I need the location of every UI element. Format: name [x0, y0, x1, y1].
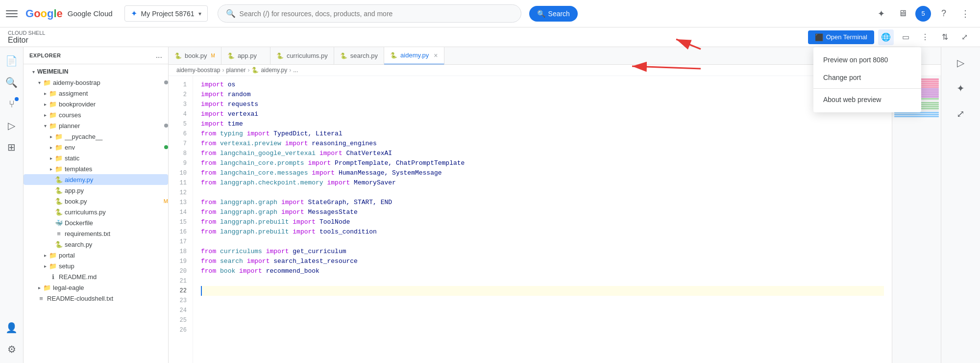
- root-chevron: [29, 68, 37, 76]
- sidebar-item-bookprovider[interactable]: 📁 bookprovider: [24, 99, 168, 109]
- activity-settings-icon[interactable]: ⚙: [2, 339, 22, 359]
- sidebar-item-readme-md[interactable]: ℹ README.md: [24, 271, 168, 282]
- tab-search-py[interactable]: 🐍 search.py: [334, 47, 384, 65]
- folder-icon: 📁: [55, 165, 63, 173]
- portal-chevron: [41, 251, 49, 259]
- sidebar-item-setup[interactable]: 📁 setup: [24, 260, 168, 271]
- project-selector[interactable]: ✦ My Project 58761 ▾: [124, 5, 208, 22]
- breadcrumb-root[interactable]: aidemy-boostrap: [176, 67, 220, 74]
- sidebar-item-requirements[interactable]: ≡ requirements.txt: [24, 228, 168, 239]
- activity-account-icon[interactable]: 👤: [2, 318, 22, 337]
- breadcrumb-ellipsis[interactable]: ...: [293, 67, 298, 74]
- sidebar-item-dockerfile[interactable]: 🐳 Dockerfile: [24, 217, 168, 228]
- root-label: WEIMEILIN: [37, 68, 168, 75]
- sidebar-item-app-py[interactable]: 🐍 app.py: [24, 185, 168, 196]
- breadcrumb-sep-2: ›: [247, 67, 249, 74]
- search-bar-icon: 🔍: [226, 9, 236, 18]
- item-label-assigment: assigment: [59, 90, 168, 97]
- tab-book-py[interactable]: 🐍 book.py M: [169, 47, 221, 65]
- code-line-6: from typing import TypedDict, Literal: [201, 129, 884, 139]
- code-editor[interactable]: 1 2 3 4 5 6 7 8 9 10 11 12 13 14 15 16 1…: [169, 76, 941, 363]
- cloud-shell-label: CLOUD SHELL: [8, 30, 45, 36]
- terminal-btn[interactable]: ▭: [898, 29, 913, 45]
- line-num-26: 26: [169, 325, 193, 335]
- tab-aidemy-py[interactable]: 🐍 aidemy.py ×: [384, 47, 444, 65]
- sidebar-item-aidemy-py[interactable]: 🐍 aidemy.py: [24, 174, 168, 185]
- star-icon: ✦: [131, 9, 137, 18]
- right-panel: ▷ ✦ ⤢: [941, 47, 980, 363]
- activity-source-control-icon[interactable]: ⑂: [2, 94, 22, 114]
- code-line-25: [201, 315, 884, 325]
- tab-app-py[interactable]: 🐍 app.py: [221, 47, 270, 65]
- planner-chevron: [41, 122, 49, 130]
- activity-extensions-icon[interactable]: ⊞: [2, 137, 22, 157]
- item-label-setup: setup: [59, 262, 168, 270]
- run-icon[interactable]: ▷: [949, 51, 973, 75]
- sidebar-item-search-py[interactable]: 🐍 search.py: [24, 239, 168, 250]
- py-file-icon: 🐍: [55, 208, 63, 216]
- line-num-19: 19: [169, 257, 193, 266]
- open-new-btn[interactable]: ⤢: [956, 29, 972, 45]
- minimap: [892, 76, 941, 363]
- tab-py-icon: 🐍: [390, 52, 397, 59]
- line-num-3: 3: [169, 100, 193, 109]
- about-preview-item[interactable]: About web preview: [813, 91, 921, 108]
- breadcrumb-aidemy-py[interactable]: 🐍 aidemy.py: [251, 67, 287, 74]
- more-options-btn[interactable]: ⋮: [917, 29, 933, 45]
- hamburger-menu-icon[interactable]: [6, 8, 18, 20]
- sidebar-item-assigment[interactable]: 📁 assigment: [24, 88, 168, 99]
- activity-debug-icon[interactable]: ▷: [2, 116, 22, 135]
- sparkle-icon-btn[interactable]: ✦: [872, 5, 890, 23]
- sidebar-item-aidemy-boostrap[interactable]: 📁 aidemy-boostrap: [24, 77, 168, 88]
- sidebar-item-pycache[interactable]: 📁 __pycache__: [24, 131, 168, 142]
- user-avatar[interactable]: 5: [915, 6, 931, 22]
- item-label-curriculums-py: curriculums.py: [65, 208, 168, 216]
- activity-search-icon[interactable]: 🔍: [2, 73, 22, 92]
- folder-icon: 📁: [49, 111, 57, 119]
- py-file-icon: 🐍: [55, 176, 63, 183]
- code-line-21: [201, 276, 884, 286]
- sidebar-item-courses[interactable]: 📁 courses: [24, 109, 168, 120]
- line-num-21: 21: [169, 276, 193, 286]
- change-port-item[interactable]: Change port: [813, 69, 921, 86]
- line-num-7: 7: [169, 139, 193, 149]
- item-label-pycache: __pycache__: [65, 133, 168, 140]
- code-content[interactable]: import os import random import requests …: [193, 76, 892, 363]
- line-num-17: 17: [169, 237, 193, 247]
- line-num-11: 11: [169, 178, 193, 188]
- web-preview-button[interactable]: 🌐: [878, 29, 894, 45]
- search-input[interactable]: [240, 10, 513, 18]
- open-terminal-button[interactable]: ⬛ Open Terminal: [808, 30, 874, 44]
- tv-icon-btn[interactable]: 🖥: [894, 5, 911, 23]
- sidebar-item-readme-cloudshell[interactable]: ≡ README-cloudshell.txt: [24, 293, 168, 304]
- search-button[interactable]: 🔍 Search: [529, 6, 578, 22]
- breadcrumb-planner[interactable]: planner: [226, 67, 245, 74]
- sidebar-menu-icon[interactable]: ...: [156, 51, 162, 60]
- preview-port-label: Preview on port 8080: [823, 56, 888, 64]
- line-num-13: 13: [169, 198, 193, 207]
- sidebar-item-curriculums-py[interactable]: 🐍 curriculums.py: [24, 207, 168, 217]
- activity-files-icon[interactable]: 📄: [2, 51, 22, 71]
- preview-port-item[interactable]: Preview on port 8080: [813, 51, 921, 69]
- item-label-dockerfile: Dockerfile: [65, 219, 168, 227]
- split-icon[interactable]: ✦: [949, 77, 973, 100]
- fullscreen-icon[interactable]: ⤢: [949, 102, 973, 126]
- tree-root[interactable]: WEIMEILIN: [24, 66, 168, 77]
- dropdown-divider: [813, 88, 921, 89]
- sidebar-item-planner[interactable]: 📁 planner: [24, 120, 168, 131]
- sidebar-item-book-py[interactable]: 🐍 book.py M: [24, 196, 168, 207]
- item-label-requirements: requirements.txt: [65, 230, 168, 237]
- expand-btn[interactable]: ⇅: [937, 29, 953, 45]
- env-dot: [164, 145, 168, 149]
- tab-close-btn[interactable]: ×: [434, 52, 438, 59]
- more-vert-icon-btn[interactable]: ⋮: [956, 5, 974, 23]
- sidebar-item-legal-eagle[interactable]: 📁 legal-eagle: [24, 282, 168, 293]
- sidebar-item-portal[interactable]: 📁 portal: [24, 250, 168, 260]
- tab-curriculums-py[interactable]: 🐍 curriculums.py: [270, 47, 334, 65]
- folder-icon: 📁: [49, 262, 57, 270]
- change-port-label: Change port: [823, 74, 861, 81]
- sidebar-item-env[interactable]: 📁 env: [24, 142, 168, 153]
- sidebar-item-templates[interactable]: 📁 templates: [24, 163, 168, 174]
- sidebar-item-static[interactable]: 📁 static: [24, 153, 168, 163]
- help-icon-btn[interactable]: ?: [935, 5, 953, 23]
